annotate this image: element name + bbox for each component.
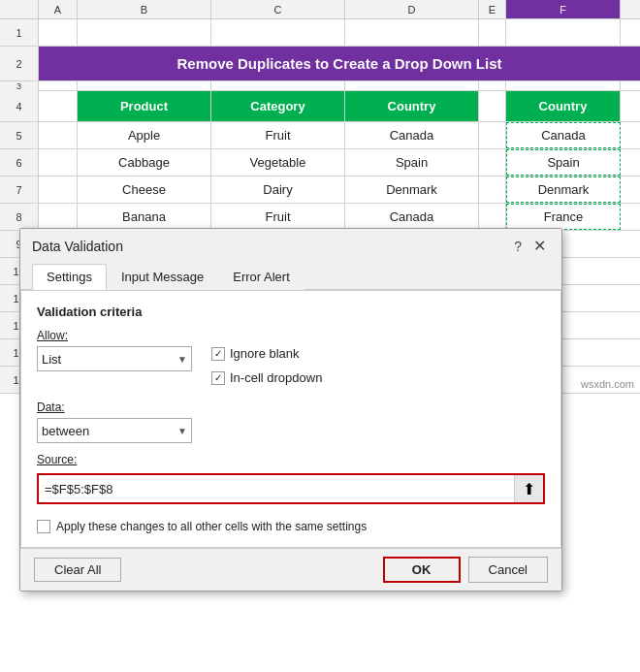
allow-dropdown-arrow[interactable]: ▼ bbox=[174, 354, 187, 365]
cell-d3[interactable] bbox=[345, 81, 479, 91]
col-c-header[interactable]: C bbox=[211, 0, 345, 18]
tab-settings[interactable]: Settings bbox=[32, 264, 107, 290]
allow-col: Allow: List ▼ bbox=[37, 329, 192, 371]
col-e-header[interactable]: E bbox=[479, 0, 506, 18]
row-num-1: 1 bbox=[0, 19, 39, 46]
cell-product-3[interactable]: Cheese bbox=[78, 176, 211, 203]
cell-f3[interactable] bbox=[506, 81, 621, 91]
source-col: Source: ⬆ bbox=[37, 453, 545, 504]
header-country[interactable]: Country bbox=[345, 91, 479, 121]
cell-product-1[interactable]: Apple bbox=[78, 122, 211, 148]
data-col: Data: between ▼ bbox=[37, 400, 545, 443]
cell-country-1[interactable]: Canada bbox=[345, 122, 479, 148]
apply-checkbox[interactable] bbox=[37, 520, 50, 533]
in-cell-dropdown-label: In-cell dropdown bbox=[230, 370, 322, 385]
tab-input-message[interactable]: Input Message bbox=[107, 264, 218, 290]
cell-e3[interactable] bbox=[479, 81, 506, 91]
data-select-value: between bbox=[42, 424, 174, 438]
dialog-footer: Clear All OK Cancel bbox=[20, 548, 561, 591]
cell-e8[interactable] bbox=[479, 204, 506, 230]
header-category[interactable]: Category bbox=[211, 91, 345, 121]
data-validation-dialog: Data Validation ? ✕ Settings Input Messa… bbox=[19, 228, 562, 592]
cell-category-2[interactable]: Vegetable bbox=[211, 149, 345, 176]
cell-country-4[interactable]: Canada bbox=[345, 204, 479, 230]
ignore-blank-checkbox[interactable]: ✓ bbox=[211, 347, 225, 361]
watermark: wsxdn.com bbox=[581, 378, 634, 390]
cell-country-f-4[interactable]: France bbox=[506, 204, 621, 230]
dialog-question-mark[interactable]: ? bbox=[514, 239, 522, 254]
cell-b3[interactable] bbox=[78, 81, 211, 91]
dialog-body: Validation criteria Allow: List ▼ ✓ Igno… bbox=[20, 290, 561, 548]
title-cell: Remove Duplicates to Create a Drop Down … bbox=[39, 47, 640, 80]
cell-e7[interactable] bbox=[479, 176, 506, 203]
row-num-4: 4 bbox=[0, 91, 39, 121]
apply-row: Apply these changes to all other cells w… bbox=[37, 520, 545, 533]
cell-a5[interactable] bbox=[39, 122, 78, 148]
row-num-6: 6 bbox=[0, 149, 39, 176]
source-input[interactable] bbox=[39, 475, 514, 502]
col-a-header[interactable]: A bbox=[39, 0, 78, 18]
ignore-blank-label: Ignore blank bbox=[230, 346, 300, 361]
cell-e4[interactable] bbox=[479, 91, 506, 121]
dialog-titlebar: Data Validation ? ✕ bbox=[20, 229, 561, 259]
dialog-tabs: Settings Input Message Error Alert bbox=[20, 263, 561, 290]
cell-category-4[interactable]: Fruit bbox=[211, 204, 345, 230]
allow-label: Allow: bbox=[37, 329, 192, 342]
allow-select[interactable]: List ▼ bbox=[37, 346, 192, 371]
row-num-5: 5 bbox=[0, 122, 39, 148]
corner-cell bbox=[0, 0, 39, 18]
cell-a3[interactable] bbox=[39, 81, 78, 91]
cell-product-2[interactable]: Cabbage bbox=[78, 149, 211, 176]
cell-a7[interactable] bbox=[39, 176, 78, 203]
col-d-header[interactable]: D bbox=[345, 0, 479, 18]
cell-a4[interactable] bbox=[39, 91, 78, 121]
cell-category-3[interactable]: Dairy bbox=[211, 176, 345, 203]
cell-e6[interactable] bbox=[479, 149, 506, 176]
row-num-2: 2 bbox=[0, 47, 39, 80]
cell-a6[interactable] bbox=[39, 149, 78, 176]
header-country-f[interactable]: Country bbox=[506, 91, 621, 121]
cell-e5[interactable] bbox=[479, 122, 506, 148]
cell-product-4[interactable]: Banana bbox=[78, 204, 211, 230]
in-cell-dropdown-row: ✓ In-cell dropdown bbox=[211, 370, 322, 385]
ok-button[interactable]: OK bbox=[383, 557, 461, 583]
cell-b1[interactable] bbox=[78, 19, 211, 46]
allow-select-value: List bbox=[42, 352, 174, 367]
source-label: Source: bbox=[37, 453, 545, 466]
cell-a8[interactable] bbox=[39, 204, 78, 230]
cell-country-3[interactable]: Denmark bbox=[345, 176, 479, 203]
cell-country-2[interactable]: Spain bbox=[345, 149, 479, 176]
cell-f1[interactable] bbox=[506, 19, 621, 46]
clear-all-button[interactable]: Clear All bbox=[34, 558, 121, 582]
cell-c1[interactable] bbox=[211, 19, 345, 46]
in-cell-dropdown-checkbox[interactable]: ✓ bbox=[211, 371, 225, 385]
apply-label: Apply these changes to all other cells w… bbox=[56, 520, 367, 533]
checkboxes-col: ✓ Ignore blank ✓ In-cell dropdown bbox=[211, 329, 322, 391]
tab-error-alert[interactable]: Error Alert bbox=[218, 264, 304, 290]
footer-left: Clear All bbox=[34, 558, 121, 582]
col-f-header[interactable]: F bbox=[506, 0, 621, 18]
dialog-close-button[interactable]: ✕ bbox=[529, 237, 550, 255]
cell-country-f-3[interactable]: Denmark bbox=[506, 176, 621, 203]
cell-country-f-1[interactable]: Canada bbox=[506, 122, 621, 148]
dialog-title: Data Validation bbox=[32, 239, 123, 254]
cell-category-1[interactable]: Fruit bbox=[211, 122, 345, 148]
ignore-blank-row: ✓ Ignore blank bbox=[211, 346, 322, 361]
upload-icon: ⬆ bbox=[523, 480, 535, 498]
source-expand-button[interactable]: ⬆ bbox=[514, 475, 543, 502]
data-dropdown-arrow[interactable]: ▼ bbox=[174, 426, 187, 436]
row-num-3: 3 bbox=[0, 81, 39, 91]
cell-a1[interactable] bbox=[39, 19, 78, 46]
cell-country-f-2[interactable]: Spain bbox=[506, 149, 621, 176]
data-select[interactable]: between ▼ bbox=[37, 418, 192, 443]
header-product[interactable]: Product bbox=[78, 91, 211, 121]
row-num-8: 8 bbox=[0, 204, 39, 230]
cell-c3[interactable] bbox=[211, 81, 345, 91]
data-label: Data: bbox=[37, 400, 545, 414]
col-b-header[interactable]: B bbox=[78, 0, 211, 18]
cell-d1[interactable] bbox=[345, 19, 479, 46]
cell-e1[interactable] bbox=[479, 19, 506, 46]
cancel-button[interactable]: Cancel bbox=[468, 557, 548, 583]
validation-criteria-title: Validation criteria bbox=[37, 304, 545, 319]
footer-right: OK Cancel bbox=[383, 557, 548, 583]
